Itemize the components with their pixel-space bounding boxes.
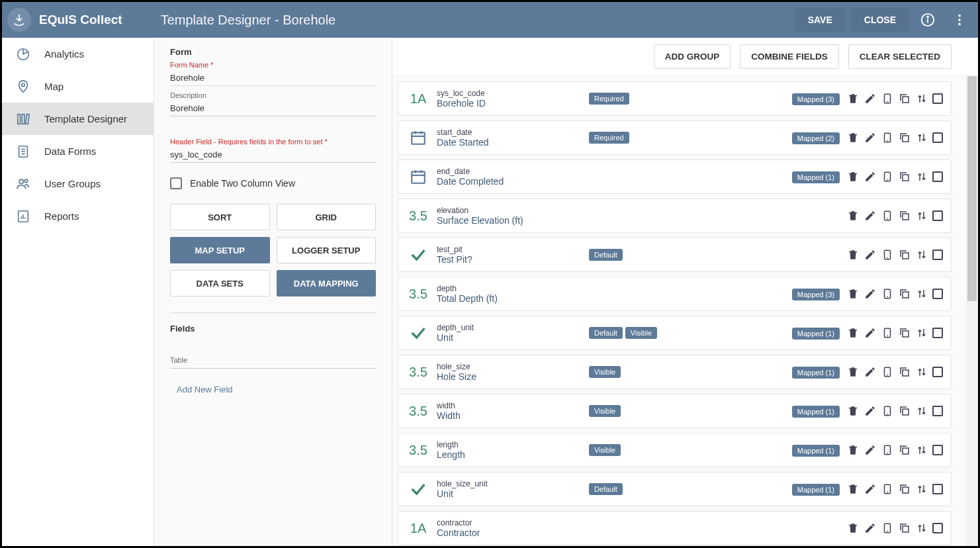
- data-mapping-button[interactable]: DATA MAPPING: [277, 270, 377, 297]
- brand-icon[interactable]: [7, 8, 31, 32]
- copy-icon[interactable]: [898, 92, 911, 105]
- edit-icon[interactable]: [864, 326, 877, 340]
- sort-icon[interactable]: [915, 131, 928, 144]
- two-column-checkbox[interactable]: [170, 177, 182, 189]
- delete-icon[interactable]: [846, 522, 860, 535]
- scrollbar[interactable]: [966, 76, 978, 546]
- add-group-button[interactable]: ADD GROUP: [654, 44, 731, 69]
- sort-icon[interactable]: [915, 209, 928, 222]
- copy-icon[interactable]: [898, 248, 911, 261]
- scrollbar-thumb[interactable]: [967, 76, 977, 301]
- add-field-link[interactable]: Add New Field: [170, 379, 376, 400]
- field-row[interactable]: 3.5elevationSurface Elevation (ft): [398, 199, 952, 233]
- map-setup-button[interactable]: MAP SETUP: [170, 237, 270, 263]
- copy-icon[interactable]: [898, 131, 911, 144]
- select-checkbox[interactable]: [932, 250, 943, 260]
- mobile-icon[interactable]: [881, 326, 894, 340]
- delete-icon[interactable]: [846, 365, 860, 379]
- edit-icon[interactable]: [864, 170, 877, 183]
- mobile-icon[interactable]: [881, 482, 894, 496]
- field-row[interactable]: 3.5hole_sizeHole SizeVisibleMapped (1): [398, 355, 952, 389]
- sidebar-item-user-groups[interactable]: User Groups: [2, 167, 154, 200]
- edit-icon[interactable]: [864, 209, 877, 222]
- grid-button[interactable]: GRID: [277, 204, 377, 230]
- field-row[interactable]: 3.5lengthLengthVisibleMapped (1): [398, 433, 952, 467]
- delete-icon[interactable]: [846, 92, 860, 105]
- delete-icon[interactable]: [846, 209, 860, 222]
- copy-icon[interactable]: [898, 482, 911, 496]
- mobile-icon[interactable]: [881, 443, 894, 457]
- field-row[interactable]: end_dateDate CompletedMapped (1): [398, 160, 952, 194]
- sort-icon[interactable]: [915, 326, 928, 340]
- sidebar-item-data-forms[interactable]: Data Forms: [2, 135, 154, 167]
- select-checkbox[interactable]: [932, 132, 943, 143]
- sort-icon[interactable]: [915, 522, 928, 535]
- mobile-icon[interactable]: [881, 248, 894, 261]
- sidebar-item-analytics[interactable]: Analytics: [2, 38, 154, 70]
- logger-setup-button[interactable]: LOGGER SETUP: [277, 237, 377, 263]
- field-row[interactable]: 3.5depthTotal Depth (ft)Mapped (3): [398, 277, 952, 311]
- edit-icon[interactable]: [864, 248, 877, 261]
- mobile-icon[interactable]: [881, 522, 894, 535]
- copy-icon[interactable]: [898, 522, 911, 535]
- save-button[interactable]: SAVE: [795, 8, 846, 32]
- mobile-icon[interactable]: [881, 287, 894, 300]
- sidebar-item-reports[interactable]: Reports: [2, 200, 154, 232]
- mobile-icon[interactable]: [881, 209, 894, 222]
- mobile-icon[interactable]: [881, 131, 894, 144]
- field-row[interactable]: 1AcontractorContractor: [398, 511, 952, 545]
- header-field-input[interactable]: [170, 147, 376, 163]
- description-input[interactable]: [170, 101, 376, 116]
- copy-icon[interactable]: [898, 326, 911, 340]
- mobile-icon[interactable]: [881, 404, 894, 418]
- sidebar-item-map[interactable]: Map: [2, 70, 154, 103]
- select-checkbox[interactable]: [932, 328, 943, 338]
- select-checkbox[interactable]: [932, 523, 943, 533]
- sort-icon[interactable]: [915, 404, 928, 418]
- select-checkbox[interactable]: [932, 93, 943, 104]
- edit-icon[interactable]: [864, 92, 877, 105]
- sort-icon[interactable]: [915, 287, 928, 300]
- sort-button[interactable]: SORT: [170, 204, 270, 230]
- edit-icon[interactable]: [864, 131, 877, 144]
- field-row[interactable]: hole_size_unitUnitDefaultMapped (1): [398, 472, 952, 506]
- select-checkbox[interactable]: [932, 171, 943, 182]
- field-row[interactable]: start_dateDate StartedRequiredMapped (2): [398, 120, 952, 155]
- edit-icon[interactable]: [864, 482, 877, 496]
- copy-icon[interactable]: [898, 209, 911, 222]
- copy-icon[interactable]: [898, 365, 911, 379]
- select-checkbox[interactable]: [932, 289, 943, 299]
- combine-fields-button[interactable]: COMBINE FIELDS: [740, 44, 839, 69]
- mobile-icon[interactable]: [881, 365, 894, 379]
- clear-selected-button[interactable]: CLEAR SELECTED: [848, 44, 952, 69]
- copy-icon[interactable]: [898, 170, 911, 183]
- edit-icon[interactable]: [864, 443, 877, 457]
- select-checkbox[interactable]: [932, 406, 943, 416]
- more-icon[interactable]: [946, 7, 973, 33]
- field-row[interactable]: test_pitTest Pit?Default: [398, 238, 952, 272]
- select-checkbox[interactable]: [932, 367, 943, 377]
- mobile-icon[interactable]: [881, 170, 894, 183]
- edit-icon[interactable]: [864, 287, 877, 300]
- delete-icon[interactable]: [846, 482, 860, 496]
- edit-icon[interactable]: [864, 365, 877, 379]
- copy-icon[interactable]: [898, 443, 911, 457]
- sort-icon[interactable]: [915, 170, 928, 183]
- close-button[interactable]: CLOSE: [851, 8, 909, 32]
- delete-icon[interactable]: [846, 404, 860, 418]
- delete-icon[interactable]: [846, 326, 860, 340]
- field-row[interactable]: 3.5widthWidthVisibleMapped (1): [398, 394, 952, 428]
- select-checkbox[interactable]: [932, 484, 943, 494]
- field-row[interactable]: depth_unitUnitDefaultVisibleMapped (1): [398, 316, 952, 350]
- sort-icon[interactable]: [915, 482, 928, 496]
- delete-icon[interactable]: [846, 248, 860, 261]
- sidebar-item-template-designer[interactable]: Template Designer: [2, 103, 154, 135]
- form-name-input[interactable]: [170, 70, 376, 86]
- edit-icon[interactable]: [864, 404, 877, 418]
- sort-icon[interactable]: [915, 92, 928, 105]
- mobile-icon[interactable]: [881, 92, 894, 105]
- copy-icon[interactable]: [898, 404, 911, 418]
- edit-icon[interactable]: [864, 522, 877, 535]
- delete-icon[interactable]: [846, 287, 860, 300]
- delete-icon[interactable]: [846, 443, 860, 457]
